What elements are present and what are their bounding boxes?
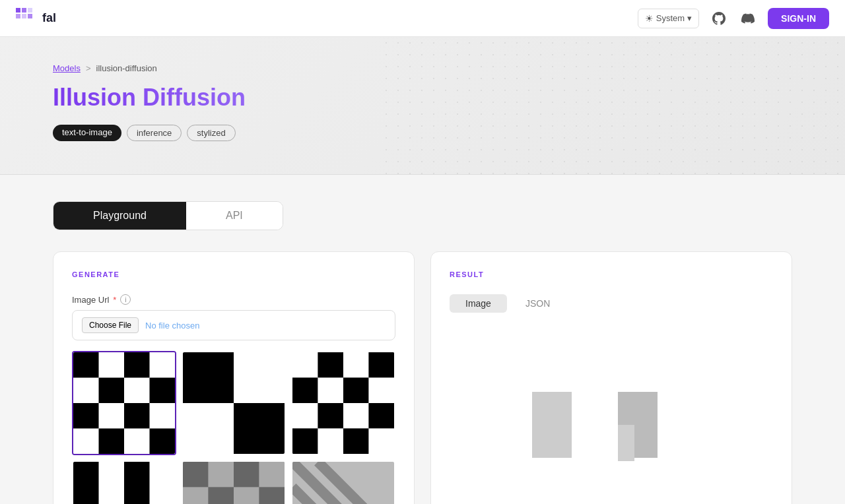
main-content: Playground API GENERATE Image Url * i Ch… [0,175,845,504]
svg-rect-68 [634,441,658,458]
choose-file-button[interactable]: Choose File [82,317,139,333]
result-tab-json[interactable]: JSON [510,294,566,313]
svg-rect-7 [73,352,99,378]
svg-rect-54 [234,488,259,505]
tag-inference[interactable]: inference [127,125,182,141]
github-icon[interactable] [710,9,728,28]
image-url-label-text: Image Url [72,295,109,305]
svg-rect-37 [318,403,344,429]
svg-rect-48 [183,462,209,488]
chevron-down-icon: ▾ [687,13,692,23]
result-preview [450,326,773,504]
breadcrumb-separator: > [86,63,91,73]
result-placeholder-image [525,365,697,484]
svg-rect-38 [343,403,369,429]
svg-rect-5 [28,14,32,18]
svg-rect-67 [634,425,658,441]
svg-rect-33 [318,378,344,404]
svg-rect-28 [292,352,318,378]
header-actions: ☀ System ▾ SIGN-IN [638,8,829,29]
svg-rect-4 [28,8,32,13]
svg-rect-11 [73,403,99,429]
svg-rect-35 [369,378,395,404]
pattern-item-6[interactable] [291,460,395,504]
file-input-row: Choose File No file chosen [72,310,395,340]
svg-rect-16 [183,352,234,403]
svg-rect-34 [343,378,369,404]
header: fal ☀ System ▾ SIGN-IN [0,0,845,37]
svg-rect-32 [292,378,318,404]
signin-button[interactable]: SIGN-IN [768,8,829,29]
tag-text-to-image[interactable]: text-to-image [53,125,121,141]
svg-rect-42 [343,429,369,455]
no-file-label: No file chosen [145,321,199,331]
svg-rect-43 [369,429,395,455]
svg-rect-55 [259,488,285,505]
svg-rect-0 [16,8,20,13]
pattern-item-2[interactable] [182,351,286,455]
svg-rect-12 [124,403,150,429]
main-tabs: Playground API [53,201,283,230]
pattern-grid [72,351,395,504]
page-title: Illusion Diffusion [53,84,792,111]
svg-rect-9 [99,378,125,404]
fal-logo-icon [16,8,37,29]
tab-api[interactable]: API [186,202,283,230]
sun-icon: ☀ [645,13,654,24]
tag-list: text-to-image inference stylized [53,125,792,141]
svg-rect-13 [99,429,125,455]
tag-stylized[interactable]: stylized [187,125,235,141]
svg-rect-62 [532,425,572,441]
svg-rect-61 [532,408,572,425]
svg-rect-52 [183,488,209,505]
theme-label: System [656,13,685,23]
result-tab-image[interactable]: Image [450,294,507,313]
svg-rect-2 [16,14,20,18]
generate-panel: GENERATE Image Url * i Choose File No fi… [53,251,415,504]
pattern-item-5[interactable] [182,460,286,504]
result-tabs: Image JSON [450,294,773,313]
breadcrumb: Models > illusion-diffusion [53,63,792,73]
svg-rect-53 [209,488,234,505]
theme-selector[interactable]: ☀ System ▾ [638,9,699,28]
pattern-item-3[interactable] [291,351,395,455]
svg-rect-69 [618,425,634,461]
breadcrumb-models-link[interactable]: Models [53,63,81,73]
hero-section: Models > illusion-diffusion Illusion Dif… [0,37,845,175]
svg-rect-29 [318,352,344,378]
svg-rect-64 [555,392,572,408]
svg-rect-49 [209,462,234,488]
svg-rect-8 [124,352,150,378]
svg-rect-17 [234,403,285,454]
svg-rect-3 [22,14,26,18]
panels-container: GENERATE Image Url * i Choose File No fi… [53,251,792,504]
image-url-field-label: Image Url * i [72,294,395,305]
svg-rect-36 [292,403,318,429]
generate-title: GENERATE [72,270,395,278]
svg-rect-46 [124,462,150,504]
svg-rect-30 [343,352,369,378]
result-panel: RESULT Image JSON [430,251,792,504]
info-icon[interactable]: i [120,294,131,305]
breadcrumb-current: illusion-diffusion [96,63,157,73]
svg-rect-14 [150,429,176,455]
svg-rect-51 [259,462,285,488]
discord-icon[interactable] [739,9,757,28]
svg-rect-50 [234,462,259,488]
svg-rect-1 [22,8,26,13]
svg-rect-41 [318,429,344,455]
svg-rect-31 [369,352,395,378]
svg-rect-10 [150,378,176,404]
svg-rect-39 [369,403,395,429]
required-marker: * [113,295,116,305]
svg-rect-60 [532,392,555,408]
pattern-item-1[interactable] [72,351,176,455]
logo-text: fal [42,11,56,25]
tab-playground[interactable]: Playground [53,202,186,230]
pattern-item-4[interactable] [72,460,176,504]
svg-rect-65 [618,392,658,408]
result-title: RESULT [450,270,773,278]
logo-area: fal [16,8,56,29]
svg-rect-66 [618,408,658,425]
svg-rect-45 [73,462,99,504]
